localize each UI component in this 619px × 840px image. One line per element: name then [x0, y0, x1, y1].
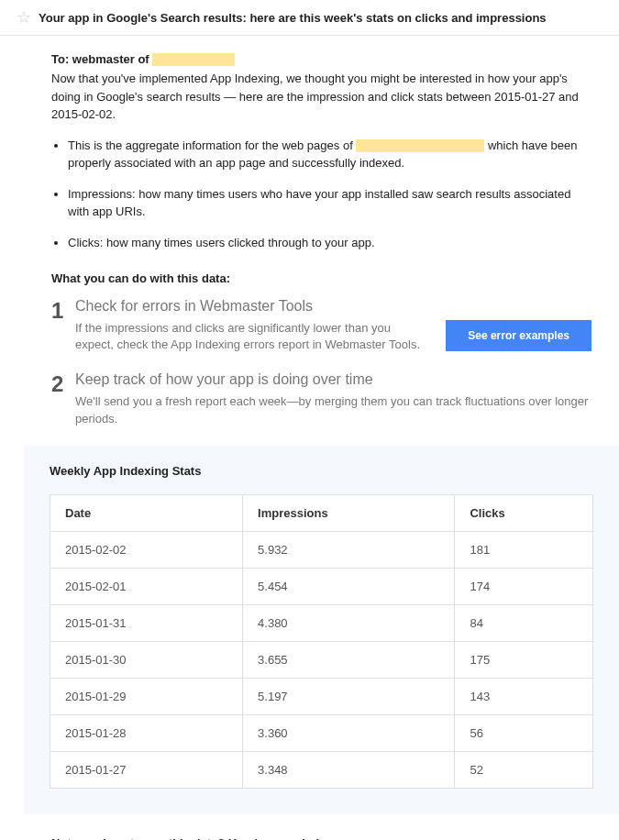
table-cell: 5.932: [243, 531, 455, 568]
col-clicks: Clicks: [455, 494, 593, 531]
table-cell: 4.380: [243, 604, 455, 641]
step-number: 2: [51, 373, 75, 426]
table-cell: 3.348: [243, 751, 455, 788]
step-number: 1: [51, 300, 75, 353]
table-cell: 5.197: [243, 678, 455, 714]
table-cell: 3.655: [243, 641, 455, 678]
table-cell: 2015-01-27: [50, 751, 243, 788]
table-cell: 175: [455, 641, 593, 678]
table-row: 2015-01-283.36056: [50, 714, 593, 751]
col-date: Date: [50, 494, 243, 531]
table-cell: 2015-02-02: [50, 531, 243, 568]
table-cell: 174: [455, 568, 593, 604]
stats-table: Date Impressions Clicks 2015-02-025.9321…: [50, 494, 593, 789]
table-cell: 143: [455, 678, 593, 714]
table-cell: 2015-01-30: [50, 641, 243, 678]
to-line: To: webmaster of: [51, 52, 591, 66]
table-cell: 2015-01-29: [50, 678, 243, 714]
table-cell: 2015-01-28: [50, 714, 243, 751]
stats-title: Weekly App Indexing Stats: [50, 464, 593, 478]
col-impr: Impressions: [243, 494, 455, 531]
list-item: This is the aggregate information for th…: [68, 137, 591, 172]
message-body: To: webmaster of Now that you've impleme…: [0, 36, 619, 840]
info-bullets: This is the aggregate information for th…: [51, 137, 591, 252]
intro-paragraph: Now that you've implemented App Indexing…: [51, 70, 591, 124]
table-cell: 181: [455, 531, 593, 568]
see-error-examples-button[interactable]: See error examples: [446, 320, 591, 351]
table-cell: 2015-01-31: [50, 604, 243, 641]
redacted-recipient: [152, 53, 235, 66]
table-cell: 84: [455, 604, 593, 641]
bullet-text: This is the aggregate information for th…: [68, 138, 356, 152]
table-row: 2015-01-314.38084: [50, 604, 593, 641]
step-title: Check for errors in Webmaster Tools: [75, 298, 591, 315]
what-you-can-do-title: What you can do with this data:: [51, 271, 591, 285]
list-item: Clicks: how many times users clicked thr…: [68, 234, 591, 252]
subject-line: Your app in Google's Search results: her…: [39, 11, 547, 25]
steps-container: 1 Check for errors in Webmaster Tools If…: [51, 298, 591, 427]
step-description: If the impressions and clicks are signif…: [75, 320, 429, 353]
table-cell: 2015-02-01: [50, 568, 243, 604]
table-cell: 5.454: [243, 568, 455, 604]
table-cell: 56: [455, 714, 593, 751]
list-item: Impressions: how many times users who ha…: [68, 185, 591, 221]
stats-panel: Weekly App Indexing Stats Date Impressio…: [24, 446, 619, 814]
table-cell: 3.360: [243, 714, 455, 751]
star-icon[interactable]: ☆: [17, 7, 31, 28]
step-title: Keep track of how your app is doing over…: [75, 371, 591, 388]
step-1: 1 Check for errors in Webmaster Tools If…: [51, 298, 591, 353]
help-title: Not sure how to use this data? Here's so…: [51, 836, 591, 840]
step-2: 2 Keep track of how your app is doing ov…: [51, 371, 591, 426]
table-row: 2015-02-025.932181: [50, 531, 593, 568]
step-description: We'll send you a fresh report each week—…: [75, 393, 591, 426]
message-header: ☆ Your app in Google's Search results: h…: [0, 0, 619, 36]
table-row: 2015-01-303.655175: [50, 641, 593, 678]
table-row: 2015-01-295.197143: [50, 678, 593, 714]
table-row: 2015-02-015.454174: [50, 568, 593, 604]
table-cell: 52: [455, 751, 593, 788]
to-label: To: webmaster of: [51, 52, 152, 66]
table-row: 2015-01-273.34852: [50, 751, 593, 788]
redacted-domain: [356, 139, 484, 152]
